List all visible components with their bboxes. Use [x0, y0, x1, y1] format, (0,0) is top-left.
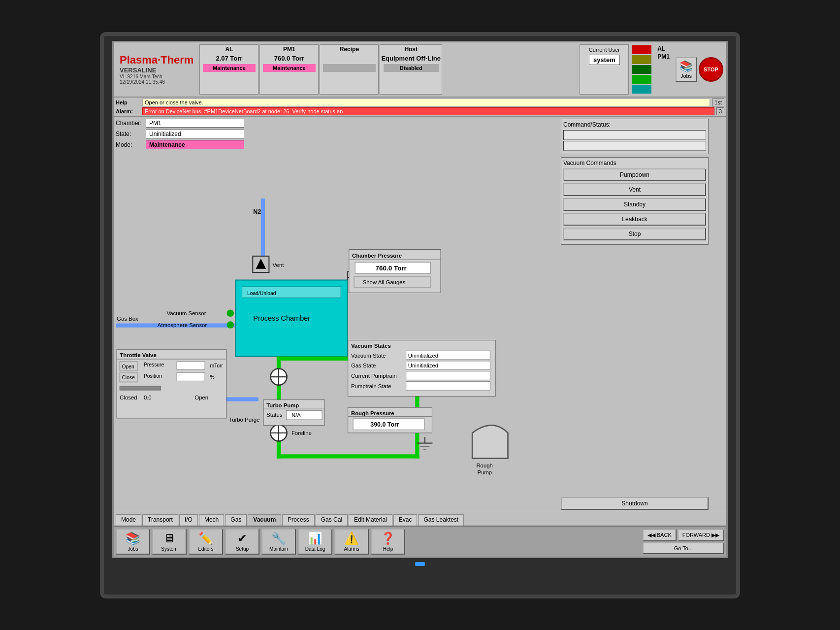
svg-text:Vacuum States: Vacuum States — [351, 343, 391, 349]
maintain-toolbar-label: Maintain — [269, 546, 288, 552]
al-badge: Maintenance — [203, 64, 255, 72]
svg-text:Vacuum Sensor: Vacuum Sensor — [166, 310, 206, 316]
indicator-teal — [632, 85, 651, 94]
pm1-label-right: PM1 — [657, 53, 670, 60]
al-pm-labels: AL PM1 — [654, 44, 673, 95]
vent-button[interactable]: Vent — [563, 183, 706, 196]
svg-rect-88 — [120, 386, 161, 390]
al-status-col: AL 2.07 Torr Maintenance — [199, 44, 258, 95]
maintain-toolbar-icon: 🔧 — [271, 531, 286, 545]
svg-text:Vacuum State: Vacuum State — [351, 352, 386, 358]
svg-text:Load/Unload: Load/Unload — [247, 290, 276, 296]
host-header: Host — [402, 45, 420, 54]
indicator-darkgreen — [632, 65, 651, 74]
command-input-1 — [563, 130, 706, 140]
tab-gascal[interactable]: Gas Cal — [316, 514, 348, 526]
setup-toolbar-label: Setup — [236, 546, 249, 552]
current-user-value: system — [589, 55, 620, 65]
tab-mech[interactable]: Mech — [199, 514, 224, 526]
svg-text:N/A: N/A — [291, 412, 301, 418]
stop-button[interactable]: STOP — [699, 57, 723, 82]
svg-text:Pumptrain State: Pumptrain State — [351, 383, 391, 389]
help-count: 1st — [712, 99, 724, 106]
leakback-button[interactable]: Leakback — [563, 213, 706, 226]
vacuum-commands-title: Vacuum Commands — [563, 160, 706, 166]
svg-text:Open: Open — [122, 364, 134, 369]
system-id: VL-9216 Mars Tech — [120, 74, 162, 79]
maintain-toolbar-button[interactable]: 🔧 Maintain — [261, 529, 296, 555]
tab-editmaterial[interactable]: Edit Material — [349, 514, 392, 526]
stop-vac-button[interactable]: Stop — [563, 228, 706, 240]
recipe-value — [348, 54, 352, 63]
alarm-count: 3 — [716, 107, 724, 115]
system-toolbar-icon: 🖥 — [163, 531, 175, 545]
vacuum-commands-box: Vacuum Commands Pumpdown Vent Standby Le… — [561, 157, 709, 245]
tab-process[interactable]: Process — [282, 514, 314, 526]
mode-value: Maintenance — [146, 140, 244, 149]
pumpdown-button[interactable]: Pumpdown — [563, 168, 706, 181]
al-label-right: AL — [657, 45, 670, 52]
datalog-toolbar-icon: 📊 — [308, 531, 323, 545]
svg-text:Position: Position — [144, 373, 162, 379]
datalog-toolbar-button[interactable]: 📊 Data Log — [298, 529, 332, 555]
logo-area: Plasma·Therm VERSALINE VL-9216 Mars Tech… — [116, 44, 197, 95]
shutdown-button[interactable]: Shutdown — [561, 497, 709, 510]
svg-text:Uninitialized: Uninitialized — [408, 352, 438, 358]
back-button[interactable]: ◀◀ BACK — [643, 529, 677, 541]
recipe-header: Recipe — [338, 45, 361, 54]
tab-io[interactable]: I/O — [179, 514, 198, 526]
tab-gasleaktest[interactable]: Gas Leaktest — [418, 514, 464, 526]
goto-button[interactable]: Go To... — [643, 542, 724, 554]
tab-transport[interactable]: Transport — [142, 514, 178, 526]
jobs-label: Jobs — [680, 73, 692, 79]
mode-label: Mode: — [116, 141, 143, 148]
tab-mode[interactable]: Mode — [116, 514, 141, 526]
diagram-area: N2 Gas Box N2 Vacuum Sensor — [116, 152, 559, 510]
svg-text:Gas Box: Gas Box — [117, 316, 138, 322]
recipe-badge — [323, 64, 375, 72]
svg-point-6 — [227, 309, 234, 316]
chamber-info: Chamber: PM1 State: Uninitialized Mode: … — [116, 119, 559, 149]
svg-text:Open: Open — [194, 394, 208, 400]
help-toolbar-button[interactable]: ❓ Help — [371, 529, 405, 555]
svg-text:Uninitialized: Uninitialized — [408, 363, 438, 368]
current-user-area: Current User system — [580, 44, 629, 95]
indicator-olive — [632, 55, 651, 64]
pm1-value: 760.0 Torr — [273, 54, 305, 63]
svg-text:Foreline: Foreline — [291, 430, 312, 436]
alarms-toolbar-button[interactable]: ⚠️ Alarms — [334, 529, 369, 555]
svg-text:760.0 Torr: 760.0 Torr — [376, 264, 407, 271]
svg-text:%: % — [210, 374, 214, 380]
svg-text:0.0: 0.0 — [144, 394, 152, 400]
jobs-button[interactable]: 📚 Jobs — [676, 57, 697, 82]
svg-text:Status: Status — [266, 411, 283, 417]
help-toolbar-label: Help — [383, 546, 393, 552]
tab-vacuum[interactable]: Vacuum — [248, 514, 281, 526]
help-alarm-bar: Help Open or close the valve. 1st Alarm:… — [114, 98, 726, 117]
datalog-toolbar-label: Data Log — [305, 546, 325, 552]
jobs-stop-area[interactable]: 📚 Jobs STOP — [675, 44, 724, 95]
tab-evac[interactable]: Evac — [393, 514, 418, 526]
jobs-toolbar-icon: 📚 — [126, 531, 140, 545]
bottom-toolbar: 📚 Jobs 🖥 System ✏️ Editors ✔ Setup 🔧 Mai… — [114, 526, 726, 557]
editors-toolbar-label: Editors — [198, 546, 213, 552]
forward-button[interactable]: FORWARD ▶▶ — [678, 529, 724, 541]
pm1-status-col: PM1 760.0 Torr Maintenance — [259, 44, 319, 95]
svg-text:390.0 Torr: 390.0 Torr — [370, 421, 399, 428]
state-label: State: — [116, 131, 143, 137]
svg-text:Rough Pressure: Rough Pressure — [351, 410, 394, 416]
system-toolbar-button[interactable]: 🖥 System — [152, 529, 187, 555]
tab-gas[interactable]: Gas — [225, 514, 247, 526]
svg-text:Process Chamber: Process Chamber — [253, 314, 310, 322]
svg-text:Show All Gauges: Show All Gauges — [363, 279, 406, 285]
svg-rect-62 — [406, 381, 490, 390]
svg-text:Pump: Pump — [477, 469, 492, 475]
svg-rect-22 — [277, 454, 420, 458]
jobs-toolbar-button[interactable]: 📚 Jobs — [116, 529, 150, 555]
setup-toolbar-button[interactable]: ✔ Setup — [225, 529, 259, 555]
editors-toolbar-button[interactable]: ✏️ Editors — [189, 529, 223, 555]
chamber-label: Chamber: — [116, 120, 143, 127]
indicator-green — [632, 75, 651, 84]
standby-button[interactable]: Standby — [563, 198, 706, 211]
svg-text:Chamber Pressure: Chamber Pressure — [352, 253, 402, 259]
